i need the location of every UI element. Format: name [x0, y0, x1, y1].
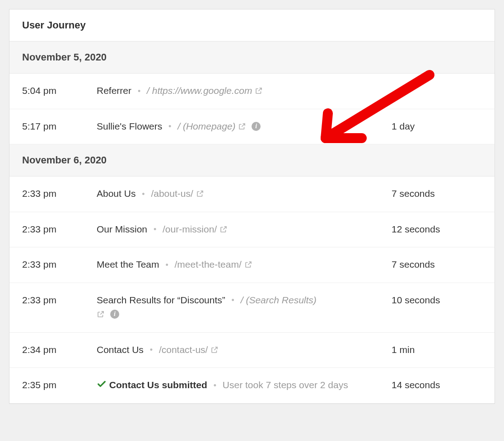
external-link-icon[interactable] [244, 258, 252, 273]
row-path: / (Homepage) [177, 121, 235, 131]
row-duration: 1 day [392, 119, 482, 134]
separator-dot: • [232, 296, 234, 305]
panel-title: User Journey [22, 19, 86, 31]
row-summary: User took 7 steps over 2 days [223, 380, 348, 390]
row-main: Sullie's Flowers • / (Homepage) [97, 119, 392, 135]
journey-row: 2:33 pm Our Mission • /our-mission/ 12 s… [9, 212, 495, 248]
row-main: Contact Us • /contact-us/ [97, 343, 392, 358]
row-title: Sullie's Flowers [97, 121, 162, 131]
external-link-icon[interactable] [196, 187, 204, 202]
row-title: Referrer [97, 85, 131, 96]
row-time: 2:33 pm [22, 293, 97, 307]
row-duration: 7 seconds [392, 257, 482, 272]
row-duration: 1 min [392, 343, 482, 357]
row-duration: 12 seconds [392, 222, 482, 237]
separator-dot: • [150, 345, 153, 354]
row-main: Contact Us submitted • User took 7 steps… [97, 378, 392, 393]
row-time: 2:33 pm [22, 222, 97, 237]
journey-row: 2:34 pm Contact Us • /contact-us/ 1 min [9, 333, 495, 368]
journey-row: 5:04 pm Referrer • / https://www.google.… [9, 74, 495, 109]
row-title: Our Mission [97, 224, 147, 234]
journey-row: 2:33 pm Search Results for “Discounts” •… [9, 283, 495, 333]
separator-dot: • [154, 225, 156, 234]
row-title: Contact Us submitted [109, 380, 207, 390]
info-icon[interactable] [252, 122, 261, 131]
row-time: 5:04 pm [22, 84, 97, 98]
row-time: 5:17 pm [22, 119, 97, 134]
row-main: Meet the Team • /meet-the-team/ [97, 257, 392, 273]
row-main: Referrer • / https://www.google.com [97, 84, 392, 99]
separator-dot: • [142, 190, 145, 199]
day-header: November 5, 2020 [9, 42, 495, 74]
row-path: /contact-us/ [159, 344, 208, 355]
row-duration: 7 seconds [392, 186, 482, 201]
row-time: 2:35 pm [22, 378, 97, 392]
row-time: 2:33 pm [22, 186, 97, 201]
external-link-icon[interactable] [210, 344, 219, 358]
row-path: / (Search Results) [241, 295, 317, 305]
journey-row: 2:33 pm About Us • /about-us/ 7 seconds [9, 176, 495, 212]
row-title: Meet the Team [97, 259, 159, 269]
journey-row: 5:17 pm Sullie's Flowers • / (Homepage) … [9, 109, 495, 145]
external-link-icon[interactable] [219, 223, 228, 237]
separator-dot: • [214, 381, 216, 390]
panel-header: User Journey [9, 9, 495, 42]
external-link-icon[interactable] [238, 120, 246, 135]
row-duration: 10 seconds [392, 293, 482, 307]
row-time: 2:34 pm [22, 343, 97, 357]
separator-dot: • [138, 87, 140, 96]
day-header: November 6, 2020 [9, 144, 495, 176]
journey-row: 2:33 pm Meet the Team • /meet-the-team/ … [9, 247, 495, 283]
external-link-icon[interactable] [255, 84, 263, 99]
row-main: Search Results for “Discounts” • / (Sear… [97, 293, 392, 322]
row-title: Search Results for “Discounts” [97, 295, 225, 305]
row-path: /about-us/ [151, 188, 193, 199]
row-main: About Us • /about-us/ [97, 186, 392, 202]
row-path: / https://www.google.com [147, 85, 252, 96]
checkmark-icon [97, 379, 107, 393]
row-duration: 14 seconds [392, 378, 482, 392]
row-main: Our Mission • /our-mission/ [97, 222, 392, 237]
journey-row-success: 2:35 pm Contact Us submitted • User took… [9, 368, 495, 404]
row-path: /meet-the-team/ [175, 259, 242, 269]
row-time: 2:33 pm [22, 257, 97, 272]
row-path: /our-mission/ [163, 224, 217, 234]
external-link-icon[interactable] [97, 308, 105, 322]
row-title: Contact Us [97, 344, 144, 355]
info-icon[interactable] [110, 310, 119, 319]
separator-dot: • [168, 122, 171, 131]
row-title: About Us [97, 188, 135, 199]
separator-dot: • [165, 260, 168, 269]
user-journey-panel: User Journey November 5, 2020 5:04 pm Re… [9, 9, 495, 404]
